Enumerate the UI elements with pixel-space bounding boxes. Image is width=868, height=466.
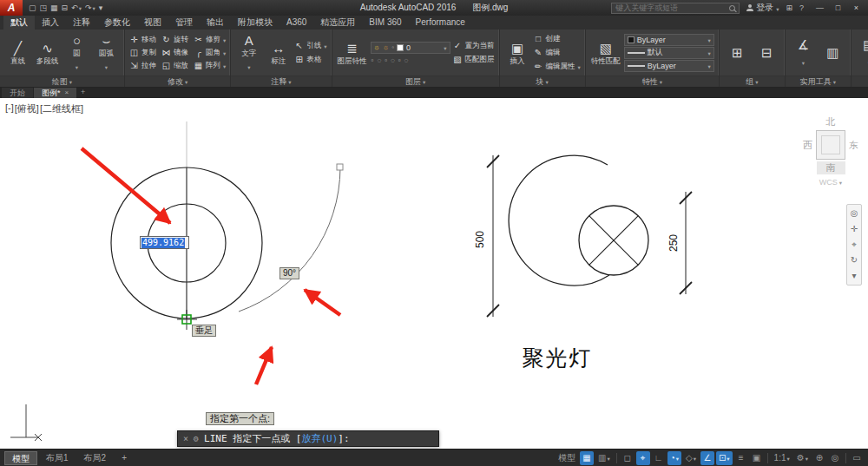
panel-label-组[interactable]: 组 (720, 75, 785, 87)
grid-display-toggle[interactable]: ▦ (580, 451, 594, 465)
stretch-tool[interactable]: ⇲拉伸 (129, 59, 156, 72)
array-tool[interactable]: ▦阵列 (194, 59, 226, 72)
command-input[interactable]: LINE 指定下一点或 [放弃(U)]: (204, 432, 350, 445)
arc-segment[interactable] (239, 167, 340, 312)
ribbon-tab-附加模块[interactable]: 附加模块 (231, 16, 279, 30)
annotation-monitor-toggle[interactable]: ⊕ (812, 451, 826, 465)
ucs-icon[interactable] (10, 404, 42, 441)
pan-icon[interactable]: ✛ (851, 225, 858, 233)
ribbon-tab-精选应用[interactable]: 精选应用 (313, 16, 362, 30)
copy-tool[interactable]: ◫复制 (129, 46, 156, 59)
open-file-button[interactable]: ◳ (40, 0, 48, 16)
ribbon-tab-注释[interactable]: 注释 (66, 16, 97, 30)
plot-button[interactable]: ⊟ (62, 0, 69, 16)
object-snap-toggle[interactable]: ⊡ (716, 451, 733, 465)
dynamic-input-toggle[interactable]: ⌖ (636, 451, 650, 465)
new-file-button[interactable]: ▢ (29, 0, 36, 16)
viewcube[interactable]: 北 西 东 南 WCS (800, 115, 861, 187)
layer-properties-tool[interactable]: ≣图层特性 (337, 31, 368, 74)
file-tab-图例[interactable]: 图例*× (34, 88, 76, 98)
quick-select-tool[interactable]: ▥ (819, 31, 846, 74)
layer-dropdown[interactable]: ☼☼◦0 (371, 42, 450, 54)
maximize-button[interactable]: □ (829, 0, 847, 16)
move-tool[interactable]: ✛移动 (129, 33, 156, 46)
ribbon-tab-Performance[interactable]: Performance (409, 16, 472, 30)
table-tool[interactable]: ⊞表格 (294, 53, 326, 66)
dimension-250[interactable] (680, 192, 692, 294)
ortho-mode-toggle[interactable]: ∟ (652, 451, 666, 465)
panel-label-特性[interactable]: 特性 (586, 75, 719, 87)
drawing-canvas[interactable]: 500 250 聚光灯 [-] [俯视] [二维线框] (0, 98, 868, 449)
create-block-tool[interactable]: □创建 (534, 32, 581, 45)
sign-in-button[interactable]: 登录 (746, 2, 779, 14)
annotation-scale-toggle[interactable]: 1:1 (772, 451, 792, 465)
drawing-viewport[interactable]: 500 250 聚光灯 (0, 98, 868, 449)
new-drawing-tab-button[interactable]: + (77, 88, 89, 98)
layout-tab-布局2[interactable]: 布局2 (77, 451, 114, 465)
exchange-apps-icon[interactable]: ⊞ (786, 3, 792, 12)
search-input[interactable] (615, 3, 726, 12)
match-layer-tool[interactable]: ▧匹配图层 (453, 53, 495, 66)
measure-tool[interactable]: ∡ (790, 31, 817, 74)
dimension-tool[interactable]: ↔标注 (265, 31, 292, 74)
new-layout-button[interactable]: + (115, 451, 134, 465)
full-navigation-wheel-icon[interactable]: ◎ (851, 209, 858, 218)
ribbon-tab-输出[interactable]: 输出 (200, 16, 231, 30)
search-box[interactable] (611, 3, 740, 14)
layer-states-icon[interactable]: ◌ (404, 56, 409, 64)
text-tool[interactable]: A文字 (235, 31, 262, 74)
polar-tracking-toggle[interactable]: ◔ (667, 451, 681, 465)
circle-tool[interactable]: ○圆 (63, 31, 90, 74)
show-motion-icon[interactable]: ▾ (852, 272, 856, 280)
layer-freeze-icon[interactable]: ▫ (385, 56, 387, 64)
layer-off-icon[interactable]: ▫ (372, 56, 374, 64)
command-option-undo[interactable]: 放弃(U) (301, 433, 338, 444)
layer-lock-icon[interactable]: ◌ (391, 56, 395, 64)
trim-tool[interactable]: ✂修剪 (194, 33, 226, 46)
ribbon-tab-A360[interactable]: A360 (279, 16, 313, 30)
redo-button[interactable]: ↷ (85, 0, 95, 16)
viewcube-west[interactable]: 西 (803, 139, 812, 152)
isolate-objects-toggle[interactable]: ◎ (828, 451, 842, 465)
ribbon-tab-管理[interactable]: 管理 (168, 16, 200, 30)
viewcube-east[interactable]: 东 (849, 139, 858, 152)
snap-mode-toggle[interactable]: ▥ (595, 451, 613, 465)
leader-tool[interactable]: ↖引线 (294, 39, 326, 52)
set-current-layer-tool[interactable]: ✓置为当前 (453, 39, 495, 52)
scale-tool[interactable]: ◱缩放 (161, 59, 188, 72)
polyline-tool[interactable]: ∿多段线 (34, 31, 61, 74)
viewport-menu-control[interactable]: [-] (5, 102, 14, 115)
edit-block-tool[interactable]: ✎编辑 (534, 46, 581, 59)
group-tool[interactable]: ⊞ (724, 31, 751, 74)
layer-walk-icon[interactable]: ▫ (398, 56, 401, 64)
layer-isolate-icon[interactable]: ◌ (377, 56, 381, 64)
undo-button[interactable]: ↶ (71, 0, 82, 16)
panel-label-实用工具[interactable]: 实用工具 (786, 75, 851, 87)
minimize-button[interactable]: — (811, 0, 829, 16)
dynamic-input-field[interactable]: 499.9162 (140, 236, 189, 249)
orbit-icon[interactable]: ↻ (851, 256, 858, 265)
rotate-tool[interactable]: ↻旋转 (161, 33, 188, 46)
help-button[interactable]: ? (799, 3, 804, 12)
model-space-toggle[interactable]: 模型 (556, 451, 578, 465)
panel-label-修改[interactable]: 修改 (125, 75, 230, 87)
ungroup-tool[interactable]: ⊟ (753, 31, 780, 74)
viewcube-south[interactable]: 南 (817, 161, 845, 174)
panel-label-绘图[interactable]: 绘图 (0, 75, 124, 87)
viewport-visual-style-control[interactable]: [二维线框] (40, 102, 83, 115)
grip-point[interactable] (337, 164, 343, 170)
paste-tool[interactable]: ▤ (856, 31, 868, 74)
ribbon-tab-参数化[interactable]: 参数化 (97, 16, 137, 30)
clean-screen-toggle[interactable]: ▭ (850, 451, 864, 465)
insert-block-tool[interactable]: ▣插入 (504, 31, 531, 74)
panel-label-注释[interactable]: 注释 (231, 75, 331, 87)
line-tool[interactable]: ╱直线 (4, 31, 31, 74)
dimension-500[interactable] (487, 155, 499, 317)
ribbon-tab-默认[interactable]: 默认 (3, 16, 35, 30)
close-command-icon[interactable]: × (183, 434, 188, 443)
customize-command-icon[interactable]: ⚙ (194, 434, 199, 443)
viewport-view-control[interactable]: [俯视] (15, 102, 39, 115)
ribbon-tab-视图[interactable]: 视图 (137, 16, 168, 30)
command-line[interactable]: × ⚙ LINE 指定下一点或 [放弃(U)]: (177, 430, 439, 447)
close-button[interactable]: × (847, 0, 865, 16)
